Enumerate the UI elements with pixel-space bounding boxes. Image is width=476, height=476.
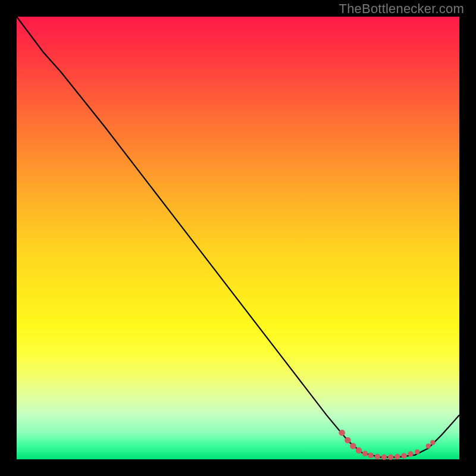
curve-marker	[430, 440, 435, 445]
curve-marker	[402, 453, 407, 459]
curve-marker	[368, 453, 374, 458]
plot-area	[17, 17, 459, 459]
curve-markers	[339, 430, 436, 459]
curve-marker	[356, 447, 362, 453]
curve-marker	[350, 443, 356, 449]
curve-marker	[415, 449, 419, 454]
curve-marker	[394, 454, 400, 459]
plot-svg	[17, 17, 459, 459]
curve-marker	[339, 430, 345, 436]
watermark-text: TheBottlenecker.com	[339, 1, 464, 17]
curve-marker	[375, 454, 380, 459]
curve-marker	[345, 437, 351, 443]
curve-marker	[426, 444, 431, 449]
curve-marker	[381, 455, 387, 460]
curve-marker	[362, 451, 368, 456]
chart-frame: TheBottlenecker.com	[0, 0, 476, 476]
curve-marker	[408, 452, 414, 457]
curve-marker	[388, 455, 393, 460]
bottleneck-curve	[17, 17, 459, 457]
